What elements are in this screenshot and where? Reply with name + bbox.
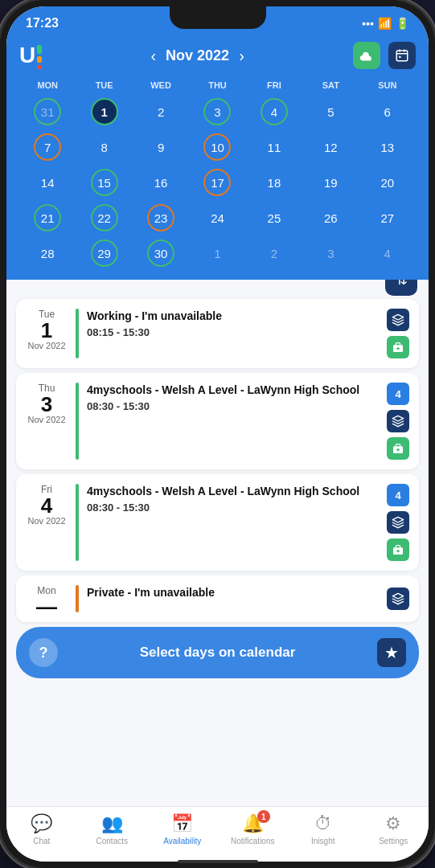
day-header-fri: FRI: [246, 79, 302, 92]
cal-cell-2[interactable]: 1: [76, 95, 132, 129]
event-title: 4myschools - Welsh A Level - LaWynn High…: [87, 484, 379, 498]
home-indicator: [178, 860, 258, 863]
event-item-1[interactable]: Thu3Nov 20224myschools - Welsh A Level -…: [16, 373, 419, 469]
help-button[interactable]: ?: [29, 638, 58, 667]
cal-cell-31[interactable]: 30: [133, 236, 189, 270]
insight-label: Inisght: [311, 837, 334, 845]
4myschools-icon: 4: [387, 383, 409, 405]
cal-cell-10[interactable]: 9: [133, 130, 189, 164]
svg-rect-1: [396, 51, 408, 61]
cal-cell-7[interactable]: 6: [359, 95, 416, 129]
cal-cell-3[interactable]: 2: [133, 95, 189, 129]
wifi-icon: 📶: [378, 17, 392, 30]
cal-num: 5: [317, 98, 344, 125]
cal-num: 12: [317, 133, 344, 161]
cal-cell-15[interactable]: 14: [19, 166, 76, 199]
event-body: 4myschools - Welsh A Level - LaWynn High…: [87, 484, 379, 561]
cal-cell-30[interactable]: 29: [76, 236, 132, 270]
event-item-3[interactable]: Mon—Private - I'm unavailable: [16, 575, 419, 622]
nav-item-insight[interactable]: ⏱Inisght: [299, 813, 347, 845]
nav-item-chat[interactable]: 💬Chat: [18, 813, 66, 845]
cal-cell-34[interactable]: 3: [302, 236, 359, 270]
cal-cell-29[interactable]: 28: [19, 236, 76, 270]
event-icons: 4: [387, 383, 409, 460]
contacts-label: Contacts: [96, 837, 128, 845]
phone-frame: 17:23 ▪▪▪ 📶 🔋 U ‹: [0, 0, 435, 868]
cal-cell-32[interactable]: 1: [189, 236, 245, 270]
cal-cell-17[interactable]: 16: [133, 166, 189, 199]
event-item-2[interactable]: Fri4Nov 20224myschools - Welsh A Level -…: [16, 474, 419, 571]
next-month-button[interactable]: ›: [239, 47, 244, 65]
cal-num: 21: [34, 204, 61, 231]
cal-cell-9[interactable]: 8: [76, 130, 132, 164]
day-header-sat: SAT: [302, 79, 359, 92]
event-item-0[interactable]: Tue1Nov 2022Working - I'm unavailable 08…: [16, 299, 419, 368]
day-header-sun: SUN: [359, 79, 416, 92]
event-time: 08:30 - 15:30: [87, 502, 379, 514]
cal-num: 4: [374, 240, 401, 267]
cal-cell-6[interactable]: 5: [302, 95, 359, 129]
cal-cell-25[interactable]: 24: [189, 201, 245, 235]
logo: U: [19, 42, 42, 69]
stack-icon: [387, 511, 409, 534]
cal-cell-20[interactable]: 19: [302, 166, 359, 199]
cal-num: 26: [317, 204, 344, 231]
cal-cell-8[interactable]: 7: [19, 130, 76, 164]
logo-bars: [37, 45, 42, 69]
cal-cell-23[interactable]: 22: [76, 201, 132, 235]
chat-icon: 💬: [31, 813, 52, 834]
cloud-sync-button[interactable]: [353, 42, 380, 69]
event-icons: 4: [387, 484, 409, 561]
cal-cell-33[interactable]: 2: [246, 236, 302, 270]
stack-icon: [387, 588, 409, 610]
select-days-label[interactable]: Select days on calendar: [66, 645, 369, 661]
cal-num: 18: [261, 169, 288, 196]
scroll-toggle-button[interactable]: ⇅: [385, 280, 417, 296]
nav-item-settings[interactable]: ⚙Settings: [369, 813, 417, 845]
cal-cell-16[interactable]: 15: [76, 166, 132, 199]
cal-cell-5[interactable]: 4: [246, 95, 302, 129]
day-header-mon: MON: [19, 79, 76, 92]
nav-item-notifications[interactable]: 🔔1Notifications: [228, 813, 277, 845]
contacts-icon: 👥: [101, 813, 123, 834]
cal-cell-22[interactable]: 21: [19, 201, 76, 235]
cal-cell-13[interactable]: 12: [302, 130, 359, 164]
cal-num: 11: [261, 133, 288, 161]
cal-cell-4[interactable]: 3: [189, 95, 245, 129]
cal-num: 25: [261, 204, 288, 231]
favorites-button[interactable]: ★: [377, 638, 406, 667]
suitcase-icon: [387, 437, 409, 460]
cal-cell-18[interactable]: 17: [189, 166, 245, 199]
cal-cell-26[interactable]: 25: [246, 201, 302, 235]
cal-cell-21[interactable]: 20: [359, 166, 416, 199]
4myschools-icon: 4: [387, 484, 409, 506]
cal-num: 22: [91, 204, 118, 231]
cal-cell-28[interactable]: 27: [359, 201, 416, 235]
notifications-icon: 🔔1: [242, 813, 264, 834]
suitcase-icon: [387, 538, 409, 561]
cal-cell-14[interactable]: 13: [359, 130, 416, 164]
calendar-view-button[interactable]: [388, 42, 416, 69]
event-date: Tue1Nov 2022: [26, 309, 68, 358]
status-icons: ▪▪▪ 📶 🔋: [362, 17, 409, 30]
chat-label: Chat: [33, 837, 50, 845]
day-header-wed: WED: [133, 79, 189, 92]
cal-num: 2: [147, 98, 174, 125]
event-icons: [387, 309, 409, 358]
cal-cell-1[interactable]: 31: [19, 95, 76, 129]
cal-cell-12[interactable]: 11: [246, 130, 302, 164]
prev-month-button[interactable]: ‹: [150, 47, 156, 65]
event-date: Mon—: [26, 585, 68, 612]
notification-badge: 1: [257, 810, 270, 823]
signal-icon: ▪▪▪: [362, 17, 374, 30]
cal-cell-11[interactable]: 10: [189, 130, 245, 164]
cal-cell-19[interactable]: 18: [246, 166, 302, 199]
event-time: 08:15 - 15:30: [87, 326, 379, 338]
nav-item-contacts[interactable]: 👥Contacts: [88, 813, 136, 845]
cal-cell-27[interactable]: 26: [302, 201, 359, 235]
day-headers: MON TUE WED THU FRI SAT SUN: [19, 79, 416, 92]
cal-cell-35[interactable]: 4: [359, 236, 416, 270]
availability-label: Availability: [163, 837, 201, 845]
cal-cell-24[interactable]: 23: [133, 201, 189, 235]
nav-item-availability[interactable]: 📅Availability: [158, 813, 207, 845]
